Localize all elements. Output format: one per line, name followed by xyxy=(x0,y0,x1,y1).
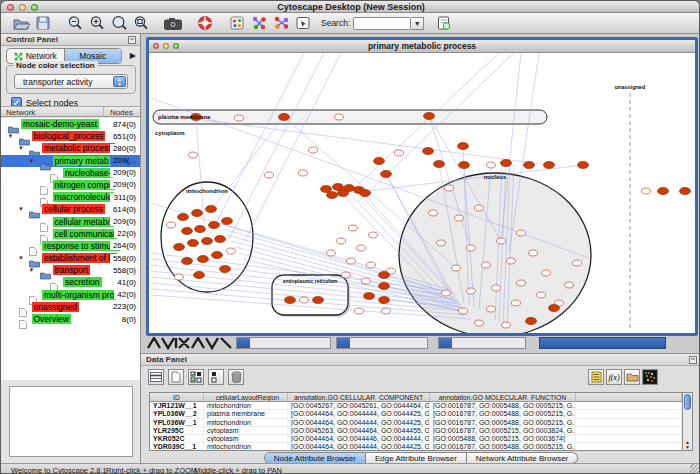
graph-node-selected[interactable] xyxy=(188,239,199,246)
snapshot-camera-icon[interactable] xyxy=(163,14,183,32)
graph-node-unselected[interactable] xyxy=(482,262,491,268)
table-cell[interactable]: plasma membrane xyxy=(204,410,288,417)
annotation-icon[interactable] xyxy=(293,14,313,32)
table-cell[interactable] xyxy=(576,427,682,434)
help-ring-icon[interactable] xyxy=(195,14,215,32)
column-header[interactable]: annotation.GO MOLECULAR_FUNCTION xyxy=(430,393,576,401)
tree-row[interactable]: ▼primary metab209(... xyxy=(1,155,140,167)
graph-node-unselected[interactable] xyxy=(167,222,176,228)
graph-node-unselected[interactable] xyxy=(517,230,526,236)
table-cell[interactable] xyxy=(576,443,682,450)
graph-node-unselected[interactable] xyxy=(442,290,451,296)
graph-node-unselected[interactable] xyxy=(335,114,344,120)
graph-node-selected[interactable] xyxy=(220,265,231,272)
attribute-list-icon[interactable] xyxy=(588,369,604,385)
table-row[interactable]: YPL036W__1mitochondrion[GO:0044464, GO:0… xyxy=(150,419,682,427)
table-row[interactable]: YLR295Ccytoplasm[GO:0045263, GO:0044464,… xyxy=(150,427,682,435)
save-icon[interactable] xyxy=(33,14,53,32)
graph-node-unselected[interactable] xyxy=(467,245,476,251)
table-cell[interactable]: [GO:0044464, GO:0044444, GO:0044425, G..… xyxy=(288,443,430,450)
graph-node-unselected[interactable] xyxy=(355,308,364,314)
graph-node-unselected[interactable] xyxy=(475,205,484,211)
graph-node-unselected[interactable] xyxy=(445,185,454,191)
import-attributes-icon[interactable] xyxy=(624,369,640,385)
minimized-window[interactable] xyxy=(236,337,331,349)
float-panel-icon[interactable] xyxy=(128,36,136,44)
graph-node-selected[interactable] xyxy=(578,161,589,168)
graph-node-selected[interactable] xyxy=(501,159,512,166)
table-cell[interactable] xyxy=(576,419,682,426)
table-cell[interactable]: [GO:0045263, GO:0044464, GO:0044455, G..… xyxy=(288,427,430,434)
graph-node-selected[interactable] xyxy=(206,205,217,212)
table-cell[interactable]: mitochondrion xyxy=(204,443,288,450)
graph-node-unselected[interactable] xyxy=(502,322,511,328)
table-cell[interactable]: YPL036W__2 xyxy=(150,410,204,417)
graph-node-unselected[interactable] xyxy=(382,308,391,314)
table-row[interactable]: YJR121W__1mitochondrion[GO:0045267, GO:0… xyxy=(150,402,682,410)
zoom-selected-icon[interactable] xyxy=(109,14,129,32)
zoom-out-icon[interactable] xyxy=(65,14,85,32)
tab-overflow-arrow[interactable]: ▶ xyxy=(130,51,136,60)
matrix-view-icon[interactable] xyxy=(642,369,658,385)
table-cell[interactable]: [GO:0016787, GO:0005215, GO:0003824, G..… xyxy=(430,427,576,434)
tree-row[interactable]: nitrogen compo209(0) xyxy=(1,179,140,191)
table-cell[interactable]: [GO:0044464, GO:0044444, GO:0044425, G..… xyxy=(288,410,430,417)
attribute-table-icon[interactable] xyxy=(148,369,164,385)
graph-node-unselected[interactable] xyxy=(573,260,582,266)
graph-node-unselected[interactable] xyxy=(299,170,308,176)
table-scrollbar[interactable]: ▲▼ xyxy=(682,392,693,451)
graph-node-unselected[interactable] xyxy=(189,152,198,158)
table-cell[interactable]: [GO:0016787, GO:0005488, GO:0005215, G..… xyxy=(430,443,576,450)
table-cell[interactable]: mitochondrion xyxy=(204,402,288,409)
graph-node-selected[interactable] xyxy=(212,251,223,258)
graph-node-selected[interactable] xyxy=(379,282,390,289)
graph-node-unselected[interactable] xyxy=(347,258,356,264)
table-row[interactable]: YPL036W__2plasma membrane[GO:0044464, GO… xyxy=(150,410,682,418)
graph-node-selected[interactable] xyxy=(658,187,669,194)
graph-node-selected[interactable] xyxy=(182,257,193,264)
graph-node-unselected[interactable] xyxy=(512,300,521,306)
graph-node-unselected[interactable] xyxy=(309,147,318,153)
tree-row[interactable]: multi-organism pro42(0) xyxy=(1,289,140,301)
column-header[interactable]: ID xyxy=(150,393,204,401)
table-cell[interactable]: [GO:0016787, GO:0005488, GO:0005215, G..… xyxy=(430,402,576,409)
table-cell[interactable]: YPL036W__1 xyxy=(150,419,204,426)
search-go-icon[interactable] xyxy=(434,14,454,32)
graph-node-selected[interactable] xyxy=(174,243,185,250)
attribute-table[interactable]: ID_cellularLayoutRegionannotation.GO CEL… xyxy=(149,392,683,451)
graph-node-unselected[interactable] xyxy=(565,282,574,288)
tree-row[interactable]: Overview8(0) xyxy=(1,313,140,325)
graph-node-selected[interactable] xyxy=(192,209,203,216)
table-row[interactable]: YDR039C__1mitochondrion[GO:0044464, GO:0… xyxy=(150,443,682,451)
select-attributes-icon[interactable] xyxy=(188,369,204,385)
graph-node-selected[interactable] xyxy=(423,147,434,154)
graph-node-selected[interactable] xyxy=(381,170,392,177)
tree-row[interactable]: response to stimulu264(0) xyxy=(1,240,140,252)
graph-node-unselected[interactable] xyxy=(395,150,404,156)
graph-node-selected[interactable] xyxy=(178,213,189,220)
zoom-fit-icon[interactable] xyxy=(131,14,151,32)
table-cell[interactable]: mitochondrion xyxy=(204,419,288,426)
mosaic-plugin-icon[interactable] xyxy=(227,14,247,32)
graph-node-unselected[interactable] xyxy=(327,250,336,256)
graph-node-unselected[interactable] xyxy=(437,240,446,246)
tree-row[interactable]: ▼establishment of lo558(0) xyxy=(1,252,140,264)
function-builder-icon[interactable]: f(x) xyxy=(606,369,622,385)
graph-node-unselected[interactable] xyxy=(349,225,358,231)
minimized-window[interactable] xyxy=(336,337,428,349)
table-cell[interactable]: [GO:0016787, GO:0005488, GO:0005215, G..… xyxy=(430,410,576,417)
graph-node-unselected[interactable] xyxy=(507,258,516,264)
network-canvas[interactable]: plasma membranecytoplasmmitochondrionnuc… xyxy=(149,53,695,333)
tree-row[interactable]: cell communicat22(0) xyxy=(1,228,140,240)
float-data-panel-icon[interactable] xyxy=(689,356,697,364)
graph-node-selected[interactable] xyxy=(458,142,469,149)
column-header[interactable] xyxy=(576,393,682,401)
birdseye-view-panel[interactable] xyxy=(9,386,133,457)
column-header[interactable]: annotation.GO CELLULAR_COMPONENT xyxy=(288,393,430,401)
graph-node-selected[interactable] xyxy=(424,112,435,119)
tree-row[interactable]: secretion41(0) xyxy=(1,276,140,288)
table-cell[interactable]: YLR295C xyxy=(150,427,204,434)
graph-node-selected[interactable] xyxy=(215,235,226,242)
graph-node-unselected[interactable] xyxy=(175,274,184,280)
graph-node-selected[interactable] xyxy=(434,160,445,167)
